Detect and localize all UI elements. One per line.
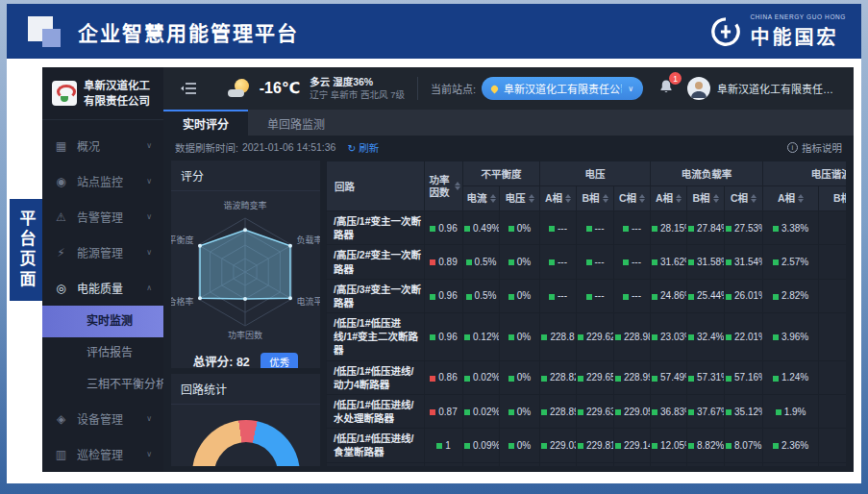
column-header[interactable]: B相: [819, 186, 846, 211]
column-group-header: 电压: [540, 161, 651, 186]
value-cell: 31.62%: [651, 245, 687, 279]
table-row[interactable]: /高压/2#变主一次断路器0.890.5%0%---------31.62%31…: [327, 245, 847, 279]
chevron-down-icon: ∨: [146, 212, 152, 221]
value-cell: 0.02%: [463, 394, 500, 428]
sidebar-subitem[interactable]: 实时监测: [42, 306, 163, 337]
brand-cn-text: 中能国宏: [750, 22, 846, 50]
company-name: 阜新汉道化工有限责任公司: [84, 78, 156, 109]
sort-icon[interactable]: [676, 194, 682, 203]
value-cell: [819, 360, 846, 394]
table-row[interactable]: /低压/1#低压进线/1#变主二次断路器0.960.12%0%228.8229.…: [327, 313, 847, 361]
circuit-name-cell[interactable]: /高压/1#变主一次断路器: [327, 211, 425, 245]
status-square-icon: [508, 334, 514, 340]
sort-icon[interactable]: [490, 194, 496, 203]
user-avatar[interactable]: [687, 77, 710, 100]
circuit-name-cell[interactable]: /高压/2#变主一次断路器: [327, 245, 425, 279]
status-square-icon: [466, 259, 472, 265]
value-cell: 0%: [500, 211, 540, 245]
status-square-icon: [615, 409, 621, 415]
circuit-name-cell[interactable]: /低压/1#低压进线/动力4断路器: [327, 360, 425, 394]
value-cell: 3.38%: [763, 211, 819, 245]
tab-single-circuit[interactable]: 单回路监测: [248, 110, 344, 136]
value-cell: 0.09%: [463, 429, 500, 462]
table-row[interactable]: /高压/1#变主一次断路器0.960.49%0%---------28.15%2…: [327, 211, 847, 245]
tab-realtime-score[interactable]: 实时评分: [163, 110, 248, 136]
column-header[interactable]: C相: [614, 186, 651, 211]
sidebar-subitem[interactable]: 评估报告: [42, 337, 163, 369]
circuit-name-cell[interactable]: /低压/1#低压进线/机修断路器: [327, 462, 425, 466]
table-row[interactable]: /低压/1#低压进线/机修断路器0.530.21%0%228.75229.822…: [327, 462, 847, 466]
value-cell: 31.58%: [687, 245, 725, 279]
column-header[interactable]: A相: [651, 186, 687, 211]
status-square-icon: [541, 334, 547, 340]
column-header[interactable]: 电压: [500, 186, 540, 211]
value-cell: ---: [577, 211, 614, 245]
status-square-icon: [464, 409, 470, 415]
indicator-help-link[interactable]: i 指标说明: [787, 140, 842, 155]
sidebar-subitem[interactable]: 三相不平衡分析: [42, 369, 163, 401]
value-cell: 228.8: [540, 313, 577, 361]
column-header[interactable]: 功率因数: [425, 161, 463, 211]
value-cell: [819, 313, 846, 361]
sort-icon[interactable]: [713, 194, 719, 203]
column-header[interactable]: C相: [725, 186, 763, 211]
sort-icon[interactable]: [565, 194, 571, 203]
circuit-name-cell[interactable]: /低压/1#低压进线/水处理断路器: [327, 394, 425, 428]
column-header[interactable]: 电流: [463, 186, 500, 211]
table-row[interactable]: /低压/1#低压进线/食堂断路器10.09%0%229.03229.81229.…: [327, 429, 847, 462]
score-panel: 评分 谐波畸变率负载率电流平衡功率因数合格率不平衡度 总评分: 82 优秀: [171, 161, 320, 368]
svg-text:合格率: 合格率: [171, 296, 194, 307]
sort-icon[interactable]: [798, 194, 804, 203]
collapse-sidebar-icon[interactable]: [181, 82, 196, 95]
column-header[interactable]: A相: [763, 186, 819, 211]
sidebar-menu: ▦概况∨◉站点监控∨⚠告警管理∨⚡能源管理∨◎电能质量∧实时监测评估报告三相不平…: [42, 120, 163, 472]
chevron-down-icon: ∨: [628, 85, 633, 93]
value-cell: 0.96: [425, 279, 463, 312]
status-square-icon: [578, 443, 583, 449]
circuit-stats-panel: 回路统计: [171, 374, 320, 466]
brand-logo: CHINA ENERGY GUO HONG 中能国宏: [709, 13, 846, 50]
sidebar-item-overview[interactable]: ▦概况∨: [42, 128, 163, 163]
sidebar-item-energy[interactable]: ⚡能源管理∨: [42, 235, 163, 270]
sidebar-item-device[interactable]: ◈设备管理∨: [42, 401, 163, 436]
status-square-icon: [578, 409, 583, 415]
column-header[interactable]: A相: [540, 186, 577, 211]
status-square-icon: [430, 376, 435, 382]
status-square-icon: [726, 334, 732, 340]
sort-icon[interactable]: [751, 194, 756, 203]
sort-icon[interactable]: [603, 194, 608, 203]
column-group-header: 电流负载率: [651, 161, 763, 186]
status-square-icon: [430, 409, 435, 415]
column-header[interactable]: B相: [577, 186, 614, 211]
circuit-name-cell[interactable]: /低压/1#低压进线/食堂断路器: [327, 429, 425, 462]
column-header: 回路: [327, 161, 425, 211]
refresh-button[interactable]: ↻ 刷新: [347, 140, 379, 155]
value-cell: 3.37%: [687, 462, 725, 466]
sidebar-item-inspection[interactable]: ▥巡检管理∨: [42, 436, 163, 472]
circuit-name-cell[interactable]: /低压/1#低压进线/1#变主二次断路器: [327, 313, 425, 361]
circuit-table: 回路功率因数不平衡度电压电流负载率电压谐波畸变率电流电压A相B相C相A相B相C相…: [326, 161, 846, 466]
table-row[interactable]: /低压/1#低压进线/动力4断路器0.860.02%0%228.82229.65…: [327, 360, 847, 394]
status-square-icon: [688, 409, 694, 415]
value-cell: 4.45%: [725, 462, 763, 466]
value-cell: 26.01%: [725, 279, 763, 312]
main-area: -16℃ 多云 湿度36% 辽宁 阜新市 西北风 7级 当前站点: 阜新汉道化工…: [163, 67, 854, 472]
sort-icon[interactable]: [455, 182, 460, 190]
site-selector[interactable]: 阜新汉道化工有限责任公司 ∨: [482, 77, 643, 100]
notification-bell[interactable]: 1: [658, 79, 674, 98]
value-cell: 229.62: [577, 313, 614, 361]
value-cell: 0.12%: [463, 313, 500, 361]
sidebar-item-station-monitor[interactable]: ◉站点监控∨: [42, 163, 163, 199]
username[interactable]: 阜新汉道化工有限责任公...: [717, 81, 842, 96]
circuit-name-cell[interactable]: /高压/3#变主一次断路器: [327, 279, 425, 312]
column-header[interactable]: B相: [687, 186, 725, 211]
sort-icon[interactable]: [529, 194, 534, 203]
svg-text:电流平衡: 电流平衡: [297, 296, 321, 307]
table-row[interactable]: /高压/3#变主一次断路器0.960.5%0%---------24.86%25…: [327, 279, 847, 312]
table-row[interactable]: /低压/1#低压进线/水处理断路器0.870.02%0%228.89229.63…: [327, 394, 847, 428]
sidebar-item-label: 站点监控: [77, 173, 123, 189]
value-cell: 57.16%: [725, 360, 763, 394]
sort-icon[interactable]: [639, 194, 645, 203]
sidebar-item-alarm[interactable]: ⚠告警管理∨: [42, 199, 163, 235]
sidebar-item-power-quality[interactable]: ◎电能质量∧: [42, 270, 163, 306]
